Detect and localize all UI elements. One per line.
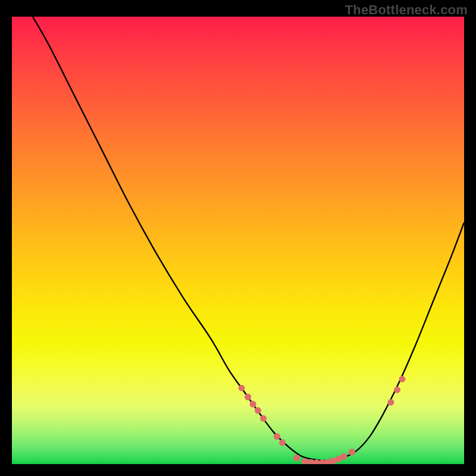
data-dot xyxy=(279,439,286,446)
data-dot xyxy=(293,455,300,461)
plot-region xyxy=(12,17,464,464)
data-dot xyxy=(340,453,347,460)
data-dot xyxy=(239,385,245,392)
data-dot xyxy=(399,376,406,383)
data-dot xyxy=(302,458,308,464)
data-dot xyxy=(255,407,261,414)
curve-layer xyxy=(12,17,464,464)
watermark-text: TheBottleneck.com xyxy=(345,2,468,18)
data-dot xyxy=(349,449,355,455)
data-dot xyxy=(387,399,394,406)
data-dot xyxy=(260,415,267,422)
data-dot xyxy=(245,394,251,400)
data-dot xyxy=(250,401,256,408)
chart-stage: TheBottleneck.com xyxy=(0,0,476,476)
data-dot xyxy=(394,387,400,393)
data-dot xyxy=(274,433,280,440)
